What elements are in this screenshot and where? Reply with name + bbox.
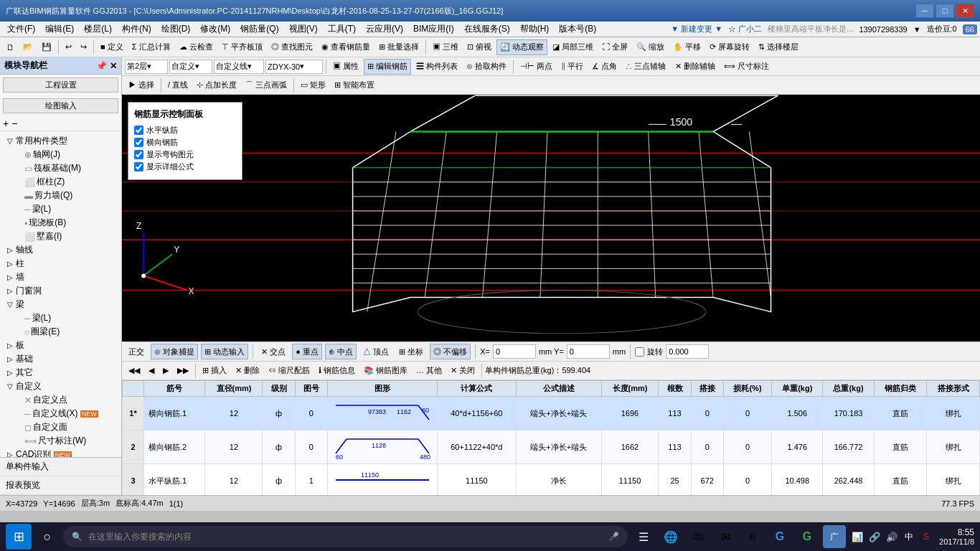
rebar-table-area[interactable]: 筋号 直径(mm) 级别 图号 图形 计算公式 公式描述 长度(mm) 根数 搭… [122, 380, 980, 495]
menu-edit[interactable]: 编辑(E) [41, 22, 78, 37]
cell-tuhao[interactable]: 0 [295, 430, 327, 464]
menu-help[interactable]: 帮助(H) [516, 22, 554, 37]
cloud-check-button[interactable]: ☁ 云检查 [176, 39, 217, 55]
add-icon[interactable]: + [3, 118, 9, 129]
rebar-check-h-input[interactable] [134, 126, 143, 135]
restore-button[interactable]: □ [936, 4, 954, 18]
cell-tuhao[interactable]: 0 [295, 397, 327, 430]
dynamic-obs-button[interactable]: 🔄 动态观察 [496, 39, 547, 55]
table-row[interactable]: 2 横向钢筋.2 12 ф 0 60 1128 480 60+1122+40*d… [123, 430, 980, 464]
tree-item-custom-point[interactable]: ✕ 自定义点 [11, 393, 118, 407]
menu-version[interactable]: 版本号(B) [555, 22, 600, 37]
menu-file[interactable]: 文件(F) [3, 22, 39, 37]
menu-component[interactable]: 构件(N) [118, 22, 156, 37]
rotate-check[interactable] [635, 347, 644, 357]
drawing-input-button[interactable]: 绘图输入 [3, 98, 118, 113]
open-button[interactable]: 📂 [19, 39, 37, 55]
menu-bim[interactable]: BIM应用(I) [409, 22, 458, 37]
topview-button[interactable]: ⊡ 俯视 [463, 39, 495, 55]
tree-item-foundation[interactable]: ▷ 基础 [3, 352, 118, 366]
tree-item-axis[interactable]: ⊕ 轴网(J) [11, 148, 118, 161]
menu-view[interactable]: 视图(V) [285, 22, 322, 37]
dynamic-input-button[interactable]: ⊞ 动态输入 [201, 344, 248, 359]
layer-dropdown[interactable]: 第2层▾ [125, 60, 168, 74]
parallel-button[interactable]: ∥ 平行 [557, 59, 587, 75]
summary-button[interactable]: Σ 汇总计算 [128, 39, 174, 55]
panel-pin-icon[interactable]: 📌 [96, 61, 107, 71]
snap-midpoint-button[interactable]: ● 重点 [292, 344, 322, 359]
snap-center-button[interactable]: ⊕ 中点 [325, 344, 357, 359]
taskbar-search-bar[interactable]: 🔍 在这里输入你要搜索的内容 🎤 [63, 526, 628, 547]
three-arc-button[interactable]: ⌒ 三点画弧 [242, 77, 291, 93]
tray-network-icon[interactable]: 🔗 [867, 529, 882, 544]
menu-floor[interactable]: 楼层(L) [80, 22, 116, 37]
delete-aux-button[interactable]: ✕ 删除辅轴 [672, 59, 719, 75]
rebar-lib-button[interactable]: 📚 钢筋图库 [360, 363, 411, 379]
rebar-check-hook-input[interactable] [134, 150, 143, 159]
menu-online[interactable]: 在线服务(S) [460, 22, 514, 37]
screen-rotate-button[interactable]: ⟳ 屏幕旋转 [706, 39, 753, 55]
rebar-check-formula[interactable]: 显示详细公式 [134, 161, 236, 172]
cell-diameter[interactable]: 12 [205, 430, 263, 464]
app-ggj-icon[interactable]: 广 [823, 525, 846, 548]
menu-tools[interactable]: 工具(T) [324, 22, 360, 37]
cell-jinhao[interactable]: 横向钢筋.1 [144, 397, 205, 430]
find-element-button[interactable]: ◎ 查找图元 [268, 39, 316, 55]
select-floor-button[interactable]: ⇅ 选择楼层 [755, 39, 802, 55]
next-button[interactable]: ▶ [159, 363, 172, 379]
report-preview-button[interactable]: 报表预览 [0, 476, 121, 495]
tree-item-cad[interactable]: ▷ CAD识别 NEW [3, 448, 118, 457]
cell-level[interactable]: ф [263, 464, 295, 496]
tree-item-custom-line[interactable]: ─ 自定义线(X) NEW [11, 407, 118, 420]
first-button[interactable]: ◀◀ [125, 363, 143, 379]
component-list-button[interactable]: ☰ 构件列表 [413, 59, 461, 75]
select-button[interactable]: ▶ 选择 [125, 77, 158, 93]
snap-intersection-button[interactable]: ✕ 交点 [258, 344, 289, 359]
y-input[interactable] [567, 344, 610, 359]
table-row[interactable]: 1* 横向钢筋.1 12 ф 0 97383 1162 60 40*d+1156… [123, 397, 980, 430]
tree-item-shear[interactable]: ▬ 剪力墙(Q) [11, 189, 118, 202]
tree-item-dimension[interactable]: ⟺ 尺寸标注(W) [11, 434, 118, 448]
edit-rebar-button[interactable]: ⊞ 编辑钢筋 [364, 59, 411, 75]
minus-icon[interactable]: − [11, 118, 17, 129]
define-dropdown[interactable]: 自定义▾ [169, 60, 212, 74]
table-row[interactable]: 3 水平纵筋.1 12 ф 1 11150 11150 净长 11150 25 … [123, 464, 980, 496]
tree-item-liang-l[interactable]: ─ 梁(L) [11, 311, 118, 325]
task-view-icon[interactable]: ☰ [632, 525, 655, 548]
tree-item-liang[interactable]: ▽ 梁 [3, 298, 118, 311]
tree-item-other[interactable]: ▷ 其它 [3, 366, 118, 380]
dimension-button[interactable]: ⟺ 尺寸标注 [720, 59, 773, 75]
rebar-check-hook[interactable]: 显示弯钩图元 [134, 149, 236, 160]
viewport[interactable]: 钢筋显示控制面板 水平纵筋 横向钢筋 显示弯钩图元 显示详细公式 [122, 95, 980, 342]
app-g2-icon[interactable]: G [796, 525, 819, 548]
snap-vertex-button[interactable]: △ 顶点 [359, 344, 392, 359]
menu-draw[interactable]: 绘图(D) [157, 22, 195, 37]
single-component-button[interactable]: 单构件输入 [0, 458, 121, 476]
batch-select-button[interactable]: ⊞ 批量选择 [375, 39, 423, 55]
notify-sep[interactable]: ▼ [913, 25, 921, 34]
three-point-aux-button[interactable]: ∴ 三点辅轴 [622, 59, 669, 75]
view-rebar-button[interactable]: ◉ 查看钢筋量 [318, 39, 374, 55]
cell-jinhao[interactable]: 横向钢筋.2 [144, 430, 205, 464]
close-rebar-button[interactable]: ✕ 关闭 [447, 363, 479, 379]
rebar-check-t-input[interactable] [134, 138, 143, 147]
cell-level[interactable]: ф [263, 397, 295, 430]
undo-button[interactable]: ↩ [62, 39, 75, 55]
local-3d-button[interactable]: ◪ 局部三维 [549, 39, 597, 55]
tree-item-slab[interactable]: ▪ 现浇板(B) [11, 216, 118, 230]
rect-button[interactable]: ▭ 矩形 [297, 77, 329, 93]
tree-item-col[interactable]: ⬜ 框柱(Z) [11, 175, 118, 189]
fullscreen-button[interactable]: ⛶ 全屏 [598, 39, 631, 55]
app-ie-icon[interactable]: e [741, 525, 764, 548]
line-button[interactable]: / 直线 [164, 77, 192, 93]
rotate-input[interactable] [666, 344, 709, 359]
rebar-check-formula-input[interactable] [134, 162, 143, 171]
tray-cpu-icon[interactable]: 📊 [850, 529, 864, 544]
zoom-button[interactable]: 🔍 缩放 [633, 39, 668, 55]
cell-diameter[interactable]: 12 [205, 397, 263, 430]
threed-button[interactable]: ▣ 三维 [429, 39, 462, 55]
other-button[interactable]: … 其他 [413, 363, 446, 379]
tree-item-raft[interactable]: ▭ 筏板基础(M) [11, 161, 118, 175]
clock-area[interactable]: 8:55 2017/11/8 [939, 527, 974, 546]
smart-layout-button[interactable]: ⊞ 智能布置 [331, 77, 378, 93]
